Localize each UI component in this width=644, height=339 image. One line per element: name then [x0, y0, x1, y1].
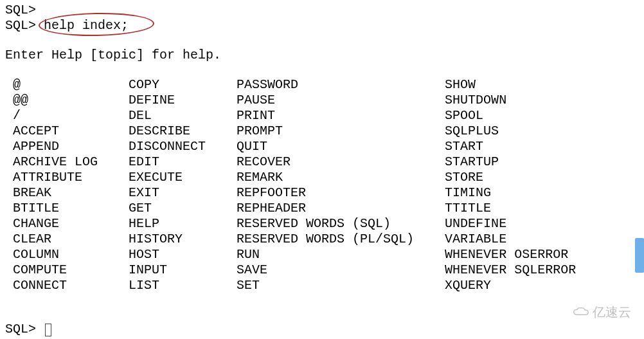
- help-row: CLEAR HISTORY RESERVED WORDS (PL/SQL) VA…: [5, 232, 644, 247]
- help-row: APPEND DISCONNECT QUIT START: [5, 139, 644, 154]
- sql-prompt: SQL>: [5, 3, 36, 17]
- prompt-line-2: SQL> help index;: [5, 18, 644, 33]
- help-row: ATTRIBUTE EXECUTE REMARK STORE: [5, 170, 644, 185]
- scrollbar-thumb[interactable]: [635, 238, 644, 273]
- sql-prompt: SQL>: [5, 18, 36, 33]
- cursor-icon: [45, 324, 51, 336]
- help-row: COLUMN HOST RUN WHENEVER OSERROR: [5, 247, 644, 262]
- help-row: CHANGE HELP RESERVED WORDS (SQL) UNDEFIN…: [5, 216, 644, 232]
- help-row: @ COPY PASSWORD SHOW: [5, 77, 644, 93]
- help-row: ACCEPT DESCRIBE PROMPT SQLPLUS: [5, 124, 644, 139]
- watermark-text: 亿速云: [593, 304, 631, 320]
- command-text: help index;: [44, 18, 129, 33]
- help-index-table: @ COPY PASSWORD SHOW @@ DEFINE PAUSE SHU…: [5, 77, 644, 293]
- sql-prompt: SQL>: [5, 322, 36, 336]
- prompt-line-3[interactable]: SQL>: [5, 322, 644, 337]
- cloud-icon: [572, 306, 590, 318]
- help-row: COMPUTE INPUT SAVE WHENEVER SQLERROR: [5, 262, 644, 278]
- help-row: CONNECT LIST SET XQUERY: [5, 278, 644, 293]
- help-header: Enter Help [topic] for help.: [5, 48, 644, 63]
- prompt-line-1: SQL>: [5, 3, 644, 18]
- help-row: BTITLE GET REPHEADER TTITLE: [5, 201, 644, 216]
- help-row: @@ DEFINE PAUSE SHUTDOWN: [5, 93, 644, 108]
- help-row: BREAK EXIT REPFOOTER TIMING: [5, 185, 644, 201]
- help-row: / DEL PRINT SPOOL: [5, 108, 644, 124]
- watermark: 亿速云: [572, 304, 631, 320]
- help-row: ARCHIVE LOG EDIT RECOVER STARTUP: [5, 154, 644, 170]
